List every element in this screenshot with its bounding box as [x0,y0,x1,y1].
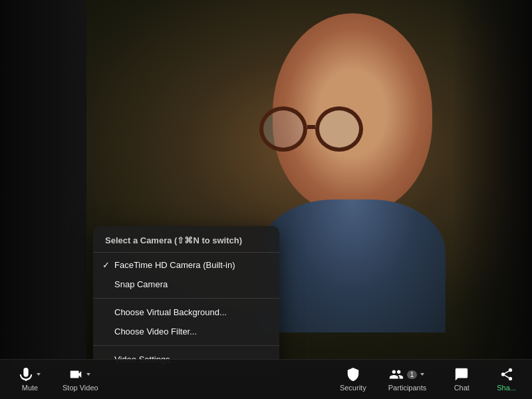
toolbar-left-group: Mute Stop Video [7,363,330,396]
dark-left-panel [0,0,86,369]
person-body [259,200,446,332]
menu-title: Select a Camera (⇧⌘N to switch) [93,234,279,253]
share-icon-area [499,367,514,382]
mute-chevron-icon[interactable] [35,371,42,378]
mute-label: Mute [22,384,38,392]
share-icon [499,367,514,382]
svg-marker-2 [420,373,424,376]
toolbar-right-group: Security 1 Participants Chat [330,363,525,396]
microphone-icon [19,367,33,382]
glasses [259,106,363,152]
camera-option-snap[interactable]: Snap Camera [93,275,279,294]
menu-divider-1 [93,298,279,299]
svg-marker-1 [86,373,90,376]
glass-bridge [307,125,315,129]
participants-label: Participants [388,384,426,392]
menu-video-filter[interactable]: Choose Video Filter... [93,322,279,341]
chat-icon [454,367,469,382]
camera-select-menu: Select a Camera (⇧⌘N to switch) FaceTime… [93,226,279,377]
left-lens [259,106,307,152]
stop-video-chevron-icon[interactable] [85,371,92,378]
participants-icon-area: 1 [389,367,426,382]
chat-icon-area [454,367,469,382]
chat-label: Chat [454,384,469,392]
chat-button[interactable]: Chat [438,363,485,396]
participants-button[interactable]: 1 Participants [379,363,436,396]
share-label: Sha... [497,384,516,392]
svg-marker-0 [37,373,41,376]
security-label: Security [340,384,366,392]
security-icon-area [346,367,360,382]
stop-video-button[interactable]: Stop Video [53,363,108,396]
participants-chevron-icon[interactable] [419,371,426,378]
camera-option-facetime[interactable]: FaceTime HD Camera (Built-in) [93,255,279,275]
mute-icon-area [19,367,42,382]
stop-video-label: Stop Video [63,384,98,392]
toolbar: Mute Stop Video Security [0,359,532,399]
stop-video-icon-area [68,367,92,382]
video-icon [68,367,83,382]
share-button[interactable]: Sha... [487,363,525,396]
menu-divider-2 [93,345,279,346]
menu-virtual-bg[interactable]: Choose Virtual Background... [93,303,279,322]
participants-count-badge: 1 [407,370,418,379]
shield-icon [346,367,360,382]
right-lens [315,106,363,152]
security-button[interactable]: Security [330,363,376,396]
participants-icon [389,367,404,382]
mute-button[interactable]: Mute [7,363,53,396]
